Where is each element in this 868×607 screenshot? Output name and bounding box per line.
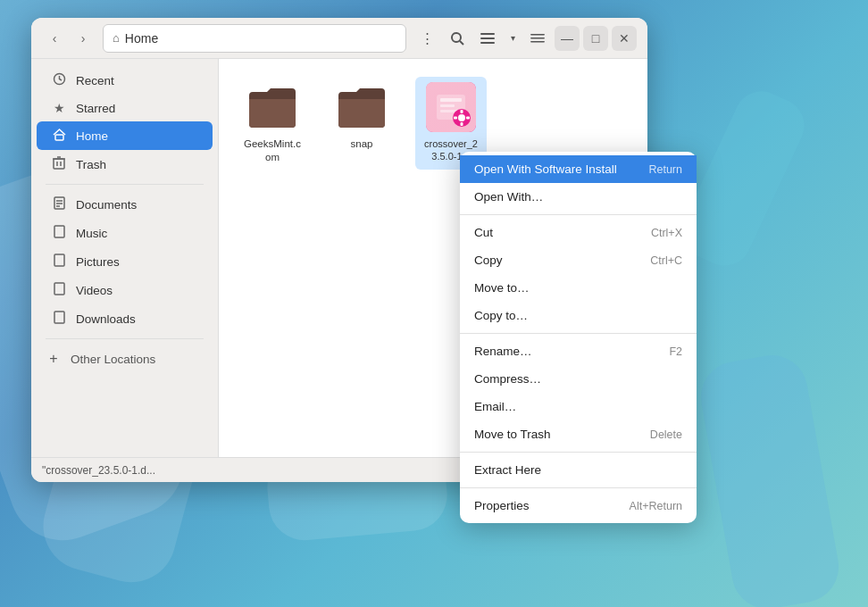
svg-rect-19 (54, 226, 64, 237)
ctx-move-to[interactable]: Move to… (460, 274, 697, 302)
documents-icon (51, 196, 67, 212)
deb-icon-crossover (426, 82, 476, 132)
ctx-label-compress: Compress… (474, 372, 541, 386)
sidebar-item-documents[interactable]: Documents (37, 190, 213, 219)
sidebar-label-pictures: Pictures (76, 255, 120, 269)
context-menu: Open With Software Install Return Open W… (460, 152, 697, 523)
sidebar-item-music[interactable]: Music (37, 219, 213, 247)
ctx-label-copy-to: Copy to… (474, 309, 528, 322)
ctx-label-extract-here: Extract Here (474, 463, 541, 477)
location-bar[interactable]: ⌂ Home (103, 24, 406, 53)
forward-button[interactable]: › (71, 26, 96, 51)
svg-rect-31 (461, 122, 463, 126)
location-text: Home (125, 31, 158, 46)
list-item[interactable]: GeeksMint.com (237, 77, 308, 170)
ctx-open-with[interactable]: Open With… (460, 183, 697, 211)
ctx-shortcut-open-with-software: Return (648, 163, 682, 176)
svg-rect-22 (54, 312, 64, 323)
svg-rect-4 (480, 42, 495, 44)
sidebar-item-downloads[interactable]: Downloads (37, 304, 213, 333)
ctx-email[interactable]: Email… (460, 393, 697, 420)
ctx-shortcut-cut: Ctrl+X (651, 227, 682, 239)
list-item[interactable]: snap (326, 77, 397, 170)
nav-buttons: ‹ › (42, 26, 96, 51)
star-icon: ★ (51, 101, 67, 115)
close-button[interactable]: ✕ (612, 26, 637, 51)
sidebar-label-other-locations: Other Locations (71, 353, 155, 366)
back-button[interactable]: ‹ (42, 26, 67, 51)
ctx-shortcut-properties: Alt+Return (630, 500, 682, 512)
ctx-label-move-to: Move to… (474, 281, 530, 295)
sidebar-label-downloads: Downloads (76, 312, 136, 326)
svg-rect-5 (530, 34, 545, 36)
ctx-label-copy: Copy (474, 254, 503, 267)
ctx-move-to-trash[interactable]: Move to Trash Delete (460, 420, 697, 448)
svg-rect-25 (440, 98, 462, 102)
svg-rect-21 (54, 283, 64, 295)
sidebar-label-videos: Videos (76, 284, 113, 297)
sidebar-label-documents: Documents (76, 198, 137, 212)
svg-rect-10 (54, 159, 64, 169)
view-toggle-button[interactable] (524, 25, 551, 52)
window-controls: — □ ✕ (555, 26, 637, 51)
folder-icon-geeksmint (247, 82, 297, 132)
search-button[interactable] (444, 25, 471, 52)
ctx-label-open-with: Open With… (474, 190, 543, 204)
svg-rect-2 (480, 33, 495, 35)
sidebar-label-trash: Trash (76, 158, 106, 171)
minimize-button[interactable]: — (555, 26, 580, 51)
ctx-compress[interactable]: Compress… (460, 365, 697, 393)
downloads-icon (51, 311, 67, 327)
svg-rect-20 (54, 254, 64, 266)
sidebar-item-home[interactable]: Home (37, 121, 213, 150)
ctx-cut[interactable]: Cut Ctrl+X (460, 219, 697, 246)
sidebar-label-starred: Starred (76, 102, 115, 115)
svg-rect-6 (530, 37, 545, 39)
sidebar: Recent ★ Starred Home (31, 59, 219, 457)
add-icon: + (46, 351, 62, 367)
ctx-divider-4 (460, 487, 697, 488)
ctx-properties[interactable]: Properties Alt+Return (460, 492, 697, 520)
ctx-label-properties: Properties (474, 499, 530, 512)
svg-point-29 (458, 114, 465, 121)
view-dropdown-button[interactable]: ▾ (505, 25, 521, 52)
svg-rect-30 (461, 110, 463, 113)
file-label-snap: snap (351, 137, 373, 151)
ctx-open-with-software[interactable]: Open With Software Install Return (460, 155, 697, 183)
ctx-label-open-with-software: Open With Software Install (474, 162, 617, 176)
ctx-divider-1 (460, 214, 697, 215)
svg-rect-33 (466, 117, 470, 120)
ctx-copy-to[interactable]: Copy to… (460, 302, 697, 329)
sidebar-item-trash[interactable]: Trash (37, 150, 213, 179)
ctx-label-email: Email… (474, 400, 516, 413)
sidebar-item-other-locations[interactable]: + Other Locations (31, 345, 218, 373)
sidebar-item-recent[interactable]: Recent (37, 66, 213, 95)
ctx-divider-3 (460, 452, 697, 453)
pictures-icon (51, 254, 67, 270)
sidebar-item-pictures[interactable]: Pictures (37, 247, 213, 276)
sidebar-label-recent: Recent (76, 74, 114, 87)
music-icon (51, 225, 67, 241)
sidebar-item-starred[interactable]: ★ Starred (37, 95, 213, 121)
svg-line-1 (460, 41, 463, 45)
ctx-shortcut-copy: Ctrl+C (650, 254, 682, 267)
svg-rect-26 (440, 104, 455, 107)
ctx-label-cut: Cut (474, 226, 493, 239)
sidebar-divider-2 (46, 338, 204, 339)
menu-button[interactable]: ⋮ (413, 25, 440, 52)
maximize-button[interactable]: □ (583, 26, 608, 51)
svg-rect-3 (480, 37, 495, 39)
ctx-shortcut-rename: F2 (669, 345, 682, 358)
ctx-copy[interactable]: Copy Ctrl+C (460, 246, 697, 274)
ctx-divider-2 (460, 333, 697, 334)
svg-point-0 (452, 33, 461, 42)
sidebar-label-music: Music (76, 227, 107, 240)
view-list-button[interactable] (474, 25, 501, 52)
title-bar: ‹ › ⌂ Home ⋮ ▾ (31, 18, 647, 59)
toolbar-actions: ⋮ ▾ (413, 25, 551, 52)
ctx-extract-here[interactable]: Extract Here (460, 456, 697, 484)
ctx-label-rename: Rename… (474, 345, 532, 358)
svg-rect-7 (530, 41, 545, 43)
ctx-rename[interactable]: Rename… F2 (460, 337, 697, 365)
sidebar-item-videos[interactable]: Videos (37, 276, 213, 304)
